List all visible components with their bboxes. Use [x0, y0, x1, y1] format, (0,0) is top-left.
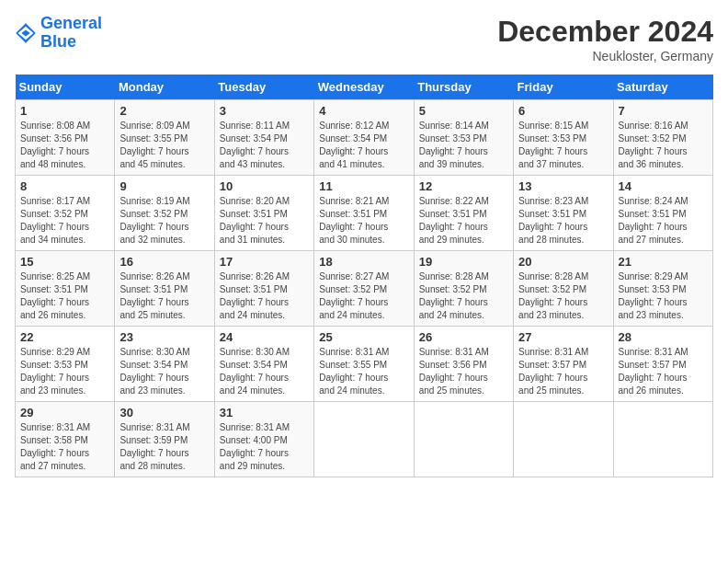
- day-number: 13: [518, 179, 608, 193]
- day-number: 27: [518, 330, 608, 344]
- calendar-day-cell: 30Sunrise: 8:31 AM Sunset: 3:59 PM Dayli…: [115, 402, 214, 477]
- day-info: Sunrise: 8:31 AM Sunset: 3:58 PM Dayligh…: [20, 421, 109, 473]
- title-block: December 2024 Neukloster, Germany: [497, 15, 713, 63]
- logo: General Blue: [15, 15, 102, 52]
- day-info: Sunrise: 8:17 AM Sunset: 3:52 PM Dayligh…: [20, 195, 109, 247]
- month-title: December 2024: [497, 15, 713, 49]
- calendar-day-cell: 11Sunrise: 8:21 AM Sunset: 3:51 PM Dayli…: [314, 176, 414, 251]
- calendar-day-cell: 29Sunrise: 8:31 AM Sunset: 3:58 PM Dayli…: [16, 402, 115, 477]
- location: Neukloster, Germany: [497, 49, 713, 63]
- day-info: Sunrise: 8:31 AM Sunset: 3:57 PM Dayligh…: [518, 346, 608, 397]
- calendar-day-cell: 20Sunrise: 8:28 AM Sunset: 3:52 PM Dayli…: [514, 251, 613, 327]
- logo-icon: [15, 22, 37, 44]
- day-number: 14: [619, 179, 708, 193]
- calendar-day-cell: 18Sunrise: 8:27 AM Sunset: 3:52 PM Dayli…: [314, 251, 414, 327]
- day-number: 30: [119, 406, 209, 419]
- day-number: 31: [220, 406, 309, 419]
- calendar-day-cell: 24Sunrise: 8:30 AM Sunset: 3:54 PM Dayli…: [214, 327, 313, 402]
- day-number: 10: [220, 179, 309, 193]
- day-info: Sunrise: 8:29 AM Sunset: 3:53 PM Dayligh…: [20, 346, 109, 397]
- day-info: Sunrise: 8:31 AM Sunset: 4:00 PM Dayligh…: [220, 421, 309, 473]
- page-header: General Blue December 2024 Neukloster, G…: [15, 15, 713, 63]
- calendar-day-cell: 17Sunrise: 8:26 AM Sunset: 3:51 PM Dayli…: [214, 251, 313, 327]
- calendar-day-cell: 27Sunrise: 8:31 AM Sunset: 3:57 PM Dayli…: [514, 327, 613, 402]
- calendar-day-cell: 5Sunrise: 8:14 AM Sunset: 3:53 PM Daylig…: [414, 100, 513, 176]
- calendar-day-cell: 3Sunrise: 8:11 AM Sunset: 3:54 PM Daylig…: [214, 100, 313, 176]
- day-number: 19: [419, 255, 508, 269]
- day-info: Sunrise: 8:26 AM Sunset: 3:51 PM Dayligh…: [119, 270, 209, 322]
- empty-cell: [414, 402, 513, 477]
- logo-text: General Blue: [40, 15, 102, 52]
- calendar-day-cell: 1Sunrise: 8:08 AM Sunset: 3:56 PM Daylig…: [16, 100, 115, 176]
- day-info: Sunrise: 8:11 AM Sunset: 3:54 PM Dayligh…: [220, 120, 309, 171]
- header-tuesday: Tuesday: [214, 75, 313, 100]
- day-info: Sunrise: 8:19 AM Sunset: 3:52 PM Dayligh…: [119, 195, 209, 247]
- day-info: Sunrise: 8:15 AM Sunset: 3:53 PM Dayligh…: [518, 120, 608, 171]
- calendar-week-row: 8Sunrise: 8:17 AM Sunset: 3:52 PM Daylig…: [16, 176, 713, 251]
- header-monday: Monday: [115, 75, 214, 100]
- calendar-day-cell: 25Sunrise: 8:31 AM Sunset: 3:55 PM Dayli…: [314, 327, 414, 402]
- day-info: Sunrise: 8:28 AM Sunset: 3:52 PM Dayligh…: [518, 270, 608, 322]
- day-info: Sunrise: 8:30 AM Sunset: 3:54 PM Dayligh…: [119, 346, 209, 397]
- day-number: 16: [119, 255, 209, 269]
- calendar-day-cell: 23Sunrise: 8:30 AM Sunset: 3:54 PM Dayli…: [115, 327, 214, 402]
- header-saturday: Saturday: [613, 75, 712, 100]
- day-info: Sunrise: 8:31 AM Sunset: 3:56 PM Dayligh…: [419, 346, 508, 397]
- calendar-day-cell: 22Sunrise: 8:29 AM Sunset: 3:53 PM Dayli…: [16, 327, 115, 402]
- calendar-table: SundayMondayTuesdayWednesdayThursdayFrid…: [15, 75, 713, 477]
- empty-cell: [514, 402, 613, 477]
- day-number: 26: [419, 330, 508, 344]
- header-sunday: Sunday: [16, 75, 115, 100]
- day-info: Sunrise: 8:24 AM Sunset: 3:51 PM Dayligh…: [619, 195, 708, 247]
- day-number: 6: [518, 104, 608, 118]
- calendar-day-cell: 21Sunrise: 8:29 AM Sunset: 3:53 PM Dayli…: [613, 251, 712, 327]
- calendar-day-cell: 10Sunrise: 8:20 AM Sunset: 3:51 PM Dayli…: [214, 176, 313, 251]
- day-number: 7: [619, 104, 708, 118]
- calendar-week-row: 22Sunrise: 8:29 AM Sunset: 3:53 PM Dayli…: [16, 327, 713, 402]
- day-info: Sunrise: 8:23 AM Sunset: 3:51 PM Dayligh…: [518, 195, 608, 247]
- day-info: Sunrise: 8:28 AM Sunset: 3:52 PM Dayligh…: [419, 270, 508, 322]
- calendar-day-cell: 2Sunrise: 8:09 AM Sunset: 3:55 PM Daylig…: [115, 100, 214, 176]
- calendar-day-cell: 26Sunrise: 8:31 AM Sunset: 3:56 PM Dayli…: [414, 327, 513, 402]
- day-info: Sunrise: 8:31 AM Sunset: 3:59 PM Dayligh…: [119, 421, 209, 473]
- day-number: 8: [20, 179, 109, 193]
- calendar-day-cell: 12Sunrise: 8:22 AM Sunset: 3:51 PM Dayli…: [414, 176, 513, 251]
- day-number: 28: [619, 330, 708, 344]
- calendar-header-row: SundayMondayTuesdayWednesdayThursdayFrid…: [16, 75, 713, 100]
- day-info: Sunrise: 8:16 AM Sunset: 3:52 PM Dayligh…: [619, 120, 708, 171]
- day-number: 17: [220, 255, 309, 269]
- calendar-day-cell: 7Sunrise: 8:16 AM Sunset: 3:52 PM Daylig…: [613, 100, 712, 176]
- header-thursday: Thursday: [414, 75, 513, 100]
- day-number: 11: [319, 179, 408, 193]
- calendar-day-cell: 16Sunrise: 8:26 AM Sunset: 3:51 PM Dayli…: [115, 251, 214, 327]
- day-info: Sunrise: 8:29 AM Sunset: 3:53 PM Dayligh…: [619, 270, 708, 322]
- day-number: 9: [119, 179, 209, 193]
- day-info: Sunrise: 8:09 AM Sunset: 3:55 PM Dayligh…: [119, 120, 209, 171]
- day-info: Sunrise: 8:08 AM Sunset: 3:56 PM Dayligh…: [20, 120, 109, 171]
- day-number: 2: [119, 104, 209, 118]
- day-number: 29: [20, 406, 109, 419]
- calendar-day-cell: 28Sunrise: 8:31 AM Sunset: 3:57 PM Dayli…: [613, 327, 712, 402]
- day-info: Sunrise: 8:21 AM Sunset: 3:51 PM Dayligh…: [319, 195, 408, 247]
- calendar-day-cell: 6Sunrise: 8:15 AM Sunset: 3:53 PM Daylig…: [514, 100, 613, 176]
- day-info: Sunrise: 8:31 AM Sunset: 3:57 PM Dayligh…: [619, 346, 708, 397]
- calendar-day-cell: 4Sunrise: 8:12 AM Sunset: 3:54 PM Daylig…: [314, 100, 414, 176]
- day-info: Sunrise: 8:14 AM Sunset: 3:53 PM Dayligh…: [419, 120, 508, 171]
- calendar-day-cell: 13Sunrise: 8:23 AM Sunset: 3:51 PM Dayli…: [514, 176, 613, 251]
- day-number: 4: [319, 104, 408, 118]
- empty-cell: [314, 402, 414, 477]
- day-number: 3: [220, 104, 309, 118]
- day-info: Sunrise: 8:30 AM Sunset: 3:54 PM Dayligh…: [220, 346, 309, 397]
- calendar-day-cell: 9Sunrise: 8:19 AM Sunset: 3:52 PM Daylig…: [115, 176, 214, 251]
- day-info: Sunrise: 8:22 AM Sunset: 3:51 PM Dayligh…: [419, 195, 508, 247]
- day-number: 15: [20, 255, 109, 269]
- calendar-week-row: 15Sunrise: 8:25 AM Sunset: 3:51 PM Dayli…: [16, 251, 713, 327]
- day-info: Sunrise: 8:27 AM Sunset: 3:52 PM Dayligh…: [319, 270, 408, 322]
- day-number: 23: [119, 330, 209, 344]
- day-info: Sunrise: 8:26 AM Sunset: 3:51 PM Dayligh…: [220, 270, 309, 322]
- calendar-week-row: 1Sunrise: 8:08 AM Sunset: 3:56 PM Daylig…: [16, 100, 713, 176]
- day-info: Sunrise: 8:20 AM Sunset: 3:51 PM Dayligh…: [220, 195, 309, 247]
- day-number: 22: [20, 330, 109, 344]
- day-info: Sunrise: 8:25 AM Sunset: 3:51 PM Dayligh…: [20, 270, 109, 322]
- header-friday: Friday: [514, 75, 613, 100]
